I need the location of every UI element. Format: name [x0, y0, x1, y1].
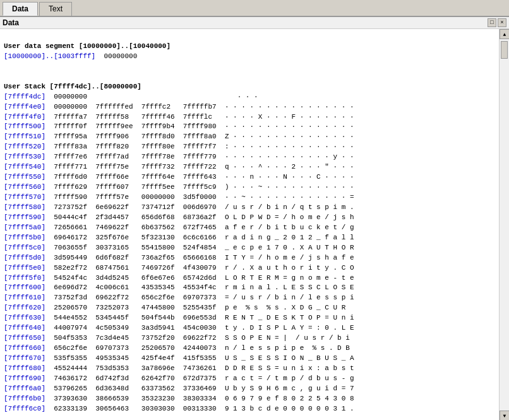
row-7ffff6c0: [7ffff6c0] 62333139 30656463 30303030 00… [4, 405, 354, 412]
scrollbar: ▲ ▼ [499, 29, 509, 420]
row-7ffff630: [7ffff630] 544e4552 5345445f 504f544b 69… [4, 314, 354, 321]
segment-header: User data segment [10000000]..[10040000] [4, 42, 171, 50]
row-7ffff600: [7ffff600] 6e696d72 4c006c61 43535345 45… [4, 284, 354, 291]
row-7ffff4e0: [7ffff4e0] 00000000 7ffffffed 7ffffc2 7f… [4, 103, 354, 111]
close-icon[interactable]: × [498, 18, 506, 27]
row-7ffff670: [7ffff670] 535f5355 49535345 425f4e4f 41… [4, 354, 354, 362]
panel: Data □ × User data segment [10000000]..[… [0, 17, 509, 420]
row-7ffff590: [7ffff590] 50444c4f 2f3d4457 656d6f68 68… [4, 213, 354, 221]
row-7ffff5e0: [7ffff5e0] 582e2f72 68747561 7469726f 4f… [4, 264, 354, 272]
data-view[interactable]: User data segment [10000000]..[10040000]… [0, 29, 499, 420]
row-7ffff4f0: [7ffff4f0] 7fffffa7 7fffff58 7fffff46 7f… [4, 113, 354, 121]
row-7ffff610: [7ffff610] 73752f3d 69622f72 656c2f6e 69… [4, 294, 354, 301]
row-7ffff510: [7ffff510] 7ffff95a 7ffff906 7ffff8d0 7f… [4, 133, 354, 140]
row-7ffff560: [7ffff560] 7ffff629 7ffff607 7ffff5ee 7f… [4, 183, 354, 191]
tab-text[interactable]: Text [39, 2, 72, 16]
panel-title: Data [3, 18, 19, 27]
row-7ffff5b0: [7ffff5b0] 69646172 325f676e 5f323130 6c… [4, 234, 354, 241]
row-7ffff690: [7ffff690] 74636172 6d742f3d 62642f70 67… [4, 375, 354, 382]
restore-icon[interactable]: □ [488, 18, 496, 27]
segment-addr: [10000000]..[1003ffff] [4, 52, 95, 60]
content-area: User data segment [10000000]..[10040000]… [0, 29, 509, 420]
row-7ffff4dc: [7ffff4dc] 00000000 · · · [4, 93, 258, 100]
row-7ffff5a0: [7ffff5a0] 72656661 7469622f 6b637562 67… [4, 224, 354, 231]
stack-header: User Stack [7ffff4dc]..[80000000] [4, 83, 141, 90]
panel-header: Data □ × [0, 17, 509, 29]
scroll-up-button[interactable]: ▲ [500, 29, 509, 39]
row-7ffff5f0: [7ffff5f0] 54524f4c 3d4d5245 6f6e67e6 65… [4, 274, 354, 282]
row-7ffff6a0: [7ffff6a0] 53796265 6d36348d 63373562 37… [4, 385, 354, 392]
panel-icons: □ × [488, 18, 506, 27]
app-container: Data Text Data □ × User data segment [10… [0, 0, 509, 420]
scrollbar-thumb[interactable] [501, 41, 508, 59]
tab-data[interactable]: Data [3, 2, 38, 16]
row-7ffff570: [7ffff570] 7ffff590 7ffff57e 00000000 3d… [4, 193, 354, 201]
segment-val: 00000000 [104, 52, 137, 60]
row-7ffff550: [7ffff550] 7ffff6d0 7ffff66e 7ffff64e 7f… [4, 173, 354, 181]
row-7ffff520: [7ffff520] 7ffff83a 7ffff820 7ffff80e 7f… [4, 143, 354, 150]
row-7ffff5c0: [7ffff5c0] 7063655f 30373165 55415800 52… [4, 244, 354, 251]
row-7ffff680: [7ffff680] 45524444 753d5353 3a78696e 74… [4, 364, 354, 372]
row-7ffff500: [7ffff500] 7fffff0f 7fffff9ee 7ffff9b4 7… [4, 123, 354, 130]
row-7ffff530: [7ffff530] 7ffff7e6 7ffff7ad 7ffff78e 7f… [4, 153, 354, 160]
row-7ffff640: [7ffff640] 44007974 4c505349 3a3d5941 45… [4, 324, 354, 332]
row-7ffff6b0: [7ffff6b0] 37393630 38666539 35323230 38… [4, 395, 354, 402]
row-7ffff650: [7ffff650] 504f5353 7c3d4e45 73752f20 69… [4, 334, 350, 342]
row-7ffff580: [7ffff580] 7273752f 6e69622f 7374712f 00… [4, 203, 354, 211]
row-7ffff620: [7ffff620] 25206570 73252073 47445800 52… [4, 304, 345, 311]
row-7ffff540: [7ffff540] 7ffff771 7ffff75e 7ffff732 7f… [4, 163, 354, 171]
row-7ffff660: [7ffff660] 656c2f6e 69707373 25206570 42… [4, 344, 350, 352]
scroll-down-button[interactable]: ▼ [500, 411, 509, 420]
tab-bar: Data Text [0, 0, 509, 17]
row-7ffff5d0: [7ffff5d0] 3d595449 6d6f682f 736a2f65 65… [4, 254, 354, 261]
